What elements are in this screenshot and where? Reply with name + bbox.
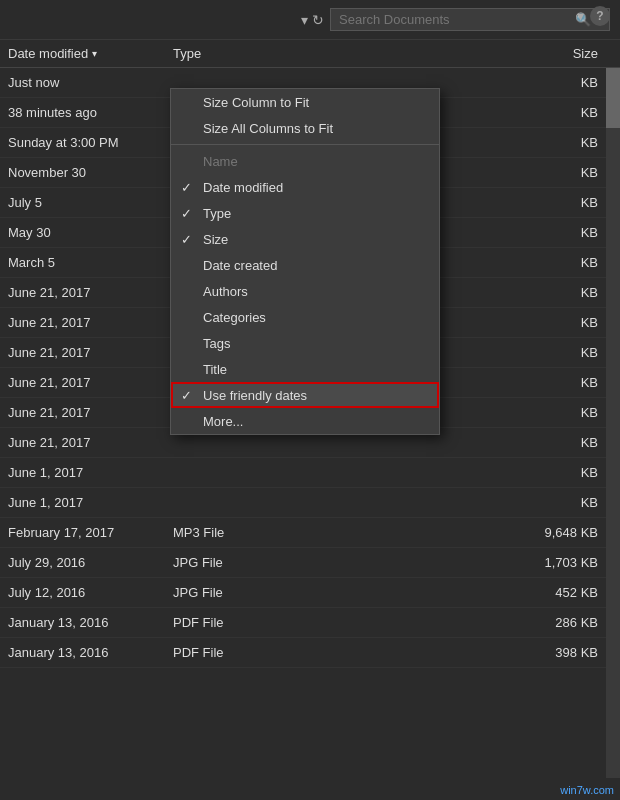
file-type: MP3 File (165, 525, 526, 540)
file-date: July 5 (0, 195, 165, 210)
menu-check-type: ✓ (181, 206, 203, 221)
file-type: PDF File (165, 615, 526, 630)
file-date: June 1, 2017 (0, 465, 165, 480)
dropdown-icon[interactable]: ▾ (301, 12, 308, 28)
menu-label-authors: Authors (203, 284, 427, 299)
file-date: November 30 (0, 165, 165, 180)
menu-label-size: Size (203, 232, 427, 247)
menu-check-date-modified: ✓ (181, 180, 203, 195)
column-header: Date modified ▾ Type Size (0, 40, 620, 68)
file-date: Sunday at 3:00 PM (0, 135, 165, 150)
search-box: 🔍 (330, 8, 610, 31)
menu-item-tags[interactable]: Tags (171, 330, 439, 356)
menu-label-more: More... (203, 414, 427, 429)
file-size: KB (526, 165, 606, 180)
file-date: January 13, 2016 (0, 615, 165, 630)
file-size: KB (526, 345, 606, 360)
menu-label-date-modified: Date modified (203, 180, 427, 195)
menu-item-title[interactable]: Title (171, 356, 439, 382)
file-size: KB (526, 435, 606, 450)
file-date: June 21, 2017 (0, 375, 165, 390)
menu-item-categories[interactable]: Categories (171, 304, 439, 330)
table-row[interactable]: January 13, 2016 PDF File 398 KB (0, 638, 620, 668)
menu-item-size-all-columns[interactable]: Size All Columns to Fit (171, 115, 439, 141)
file-date: March 5 (0, 255, 165, 270)
file-date: February 17, 2017 (0, 525, 165, 540)
file-size: KB (526, 285, 606, 300)
menu-label-size-all-columns: Size All Columns to Fit (203, 121, 427, 136)
file-size: 286 KB (526, 615, 606, 630)
menu-label-type: Type (203, 206, 427, 221)
file-date: Just now (0, 75, 165, 90)
menu-label-date-created: Date created (203, 258, 427, 273)
file-type: JPG File (165, 555, 526, 570)
scrollbar[interactable] (606, 68, 620, 778)
file-size: KB (526, 135, 606, 150)
file-size: KB (526, 405, 606, 420)
file-size: KB (526, 495, 606, 510)
file-size: KB (526, 465, 606, 480)
file-date: June 21, 2017 (0, 315, 165, 330)
menu-check-use-friendly-dates: ✓ (181, 388, 203, 403)
file-size: 452 KB (526, 585, 606, 600)
file-date: June 21, 2017 (0, 435, 165, 450)
menu-item-use-friendly-dates[interactable]: ✓ Use friendly dates (171, 382, 439, 408)
menu-item-size-column-to-fit[interactable]: Size Column to Fit (171, 89, 439, 115)
menu-item-name: Name (171, 148, 439, 174)
watermark: win7w.com (560, 784, 614, 796)
menu-label-size-column-to-fit: Size Column to Fit (203, 95, 427, 110)
table-row[interactable]: July 29, 2016 JPG File 1,703 KB (0, 548, 620, 578)
file-size: KB (526, 255, 606, 270)
table-row[interactable]: July 12, 2016 JPG File 452 KB (0, 578, 620, 608)
file-size: KB (526, 375, 606, 390)
menu-item-size[interactable]: ✓ Size (171, 226, 439, 252)
menu-item-date-modified[interactable]: ✓ Date modified (171, 174, 439, 200)
help-icon[interactable]: ? (590, 6, 610, 26)
file-size: 398 KB (526, 645, 606, 660)
file-date: 38 minutes ago (0, 105, 165, 120)
table-row[interactable]: January 13, 2016 PDF File 286 KB (0, 608, 620, 638)
menu-item-more[interactable]: More... (171, 408, 439, 434)
file-size: KB (526, 225, 606, 240)
search-input[interactable] (339, 12, 569, 27)
menu-item-authors[interactable]: Authors (171, 278, 439, 304)
table-row[interactable]: June 1, 2017 KB (0, 458, 620, 488)
menu-label-categories: Categories (203, 310, 427, 325)
col-date-modified[interactable]: Date modified ▾ (0, 44, 165, 63)
col-type: Type (165, 44, 526, 63)
nav-icons: ▾ ↻ (301, 12, 324, 28)
file-date: June 1, 2017 (0, 495, 165, 510)
menu-label-tags: Tags (203, 336, 427, 351)
file-date: January 13, 2016 (0, 645, 165, 660)
file-size: KB (526, 315, 606, 330)
menu-label-use-friendly-dates: Use friendly dates (203, 388, 427, 403)
file-date: July 29, 2016 (0, 555, 165, 570)
scrollbar-thumb[interactable] (606, 68, 620, 128)
file-size: KB (526, 75, 606, 90)
table-row[interactable]: June 1, 2017 KB (0, 488, 620, 518)
top-bar: ▾ ↻ 🔍 (0, 0, 620, 40)
menu-separator (171, 144, 439, 145)
col-size: Size (526, 44, 606, 63)
table-row[interactable]: February 17, 2017 MP3 File 9,648 KB (0, 518, 620, 548)
menu-label-name: Name (203, 154, 427, 169)
menu-item-type[interactable]: ✓ Type (171, 200, 439, 226)
file-date: July 12, 2016 (0, 585, 165, 600)
top-right-icons: ▾ ? (577, 6, 610, 26)
refresh-icon[interactable]: ↻ (312, 12, 324, 28)
menu-label-title: Title (203, 362, 427, 377)
file-date: May 30 (0, 225, 165, 240)
chevron-down-icon[interactable]: ▾ (577, 8, 584, 24)
sort-chevron-icon: ▾ (92, 48, 97, 59)
file-date: June 21, 2017 (0, 405, 165, 420)
file-type: PDF File (165, 645, 526, 660)
file-size: 1,703 KB (526, 555, 606, 570)
file-type: JPG File (165, 585, 526, 600)
file-date: June 21, 2017 (0, 285, 165, 300)
file-size: KB (526, 195, 606, 210)
file-size: 9,648 KB (526, 525, 606, 540)
file-date: June 21, 2017 (0, 345, 165, 360)
menu-item-date-created[interactable]: Date created (171, 252, 439, 278)
file-size: KB (526, 105, 606, 120)
menu-check-size: ✓ (181, 232, 203, 247)
